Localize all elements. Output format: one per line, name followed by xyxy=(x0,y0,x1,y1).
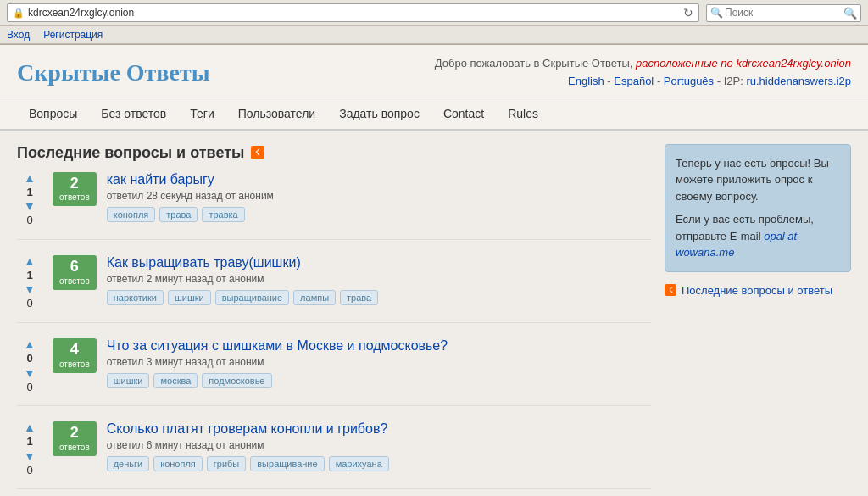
tag[interactable]: шишки xyxy=(168,290,211,305)
i2p-link[interactable]: ru.hiddenanswers.i2p xyxy=(746,75,851,87)
question-meta-4: ответил 6 минут назад от аноним xyxy=(107,439,651,451)
nav-contact[interactable]: Contact xyxy=(431,98,496,129)
tag[interactable]: травка xyxy=(202,207,244,222)
search-input[interactable] xyxy=(725,7,843,19)
nav-tags[interactable]: Теги xyxy=(178,98,225,129)
tag[interactable]: москва xyxy=(153,373,198,388)
vote-up-4[interactable]: ▲ xyxy=(24,421,36,433)
vote-box-2: ▲ 1 ▼ 0 xyxy=(17,255,42,310)
question-title-4[interactable]: Сколько платят гроверам конопли и грибов… xyxy=(107,421,651,437)
answer-count-box-3: 4 ответов xyxy=(53,338,97,373)
question-item: ▲ 1 ▼ 0 2 ответов Сколько платят гровера… xyxy=(17,421,651,489)
lang-english[interactable]: English xyxy=(568,75,604,87)
site-header: Скрытые Ответы Добро пожаловать в Скрыты… xyxy=(0,45,868,98)
bookmark-registration[interactable]: Регистрация xyxy=(43,29,103,41)
answer-count-num-1: 2 xyxy=(70,176,79,192)
tagline-line1: Добро пожаловать в Скрытые Ответы, распо… xyxy=(435,55,851,73)
lock-icon: 🔒 xyxy=(13,8,25,19)
vote-down-count-1: 0 xyxy=(26,214,32,227)
vote-box-4: ▲ 1 ▼ 0 xyxy=(17,421,42,476)
answer-count-num-4: 2 xyxy=(70,425,79,442)
main-nav: Вопросы Без ответов Теги Пользователи За… xyxy=(0,98,868,131)
vote-down-3[interactable]: ▼ xyxy=(24,367,36,379)
refresh-icon[interactable]: ↻ xyxy=(683,6,693,20)
question-item: ▲ 1 ▼ 0 6 ответов Как выращивать траву(ш… xyxy=(17,255,651,323)
vote-up-2[interactable]: ▲ xyxy=(24,255,36,267)
tag[interactable]: наркотики xyxy=(107,290,164,305)
question-meta-1: ответил 28 секунд назад от аноним xyxy=(107,190,651,202)
question-title-2[interactable]: Как выращивать траву(шишки) xyxy=(107,255,651,270)
vote-up-count-1: 1 xyxy=(26,186,32,199)
sidebar-promo-text: Теперь у нас есть опросы! Вы можете прил… xyxy=(676,155,840,205)
answer-count-box-2: 6 ответов xyxy=(53,255,97,290)
tag[interactable]: лампы xyxy=(293,290,336,305)
tags-4: деньги конопля грибы выращивание марихуа… xyxy=(107,456,651,471)
tag[interactable]: марихуана xyxy=(329,456,389,471)
url-text: kdrcxean24rxglcy.onion xyxy=(28,7,680,19)
search-icon: 🔍 xyxy=(710,7,723,19)
site-logo: Скрытые Ответы xyxy=(17,59,210,86)
vote-box-1: ▲ 1 ▼ 0 xyxy=(17,172,42,227)
tags-1: конопля трава травка xyxy=(107,207,651,222)
tag[interactable]: трава xyxy=(340,290,378,305)
nav-users[interactable]: Пользователи xyxy=(226,98,327,129)
vote-down-count-3: 0 xyxy=(26,381,32,394)
sidebar: Теперь у нас есть опросы! Вы можете прил… xyxy=(665,144,851,496)
sidebar-contact-text: Если у вас есть проблемы, отправьте E-ma… xyxy=(676,211,840,261)
url-bar[interactable]: 🔒 kdrcxean24rxglcy.onion ↻ xyxy=(7,3,699,22)
sidebar-rss-icon: ☇ xyxy=(665,284,676,296)
tag[interactable]: подмосковье xyxy=(202,373,271,388)
tags-3: шишки москва подмосковье xyxy=(107,373,651,388)
question-meta-2: ответил 2 минут назад от аноним xyxy=(107,273,651,285)
sidebar-rss-link[interactable]: ☇ Последние вопросы и ответы xyxy=(665,284,851,297)
vote-down-count-4: 0 xyxy=(26,464,32,477)
vote-down-1[interactable]: ▼ xyxy=(24,200,36,212)
main-content: Последние вопросы и ответы ☇ ▲ 1 ▼ 0 2 xyxy=(17,144,651,496)
lang-portugues[interactable]: Português xyxy=(664,75,714,87)
tag[interactable]: трава xyxy=(159,207,198,222)
vote-down-4[interactable]: ▼ xyxy=(24,450,36,462)
browser-chrome: 🔒 kdrcxean24rxglcy.onion ↻ 🔍 🔍 Вход Реги… xyxy=(0,0,868,45)
question-title-3[interactable]: Что за ситуация с шишками в Москве и под… xyxy=(107,338,651,354)
answer-count-num-3: 4 xyxy=(70,342,79,359)
vote-down-count-2: 0 xyxy=(26,297,32,310)
browser-toolbar: 🔒 kdrcxean24rxglcy.onion ↻ 🔍 🔍 xyxy=(0,0,868,26)
tag[interactable]: грибы xyxy=(207,456,246,471)
rss-icon[interactable]: ☇ xyxy=(251,146,264,159)
sidebar-promo-box: Теперь у нас есть опросы! Вы можете прил… xyxy=(665,144,851,272)
vote-up-3[interactable]: ▲ xyxy=(24,338,36,350)
answer-count-label-3: ответов xyxy=(59,359,90,370)
sidebar-rss-label: Последние вопросы и ответы xyxy=(682,284,832,297)
search-button[interactable]: 🔍 xyxy=(843,7,857,20)
question-item: ▲ 0 ▼ 0 4 ответов Что за ситуация с шишк… xyxy=(17,338,651,406)
vote-up-count-2: 1 xyxy=(26,269,32,282)
question-meta-3: ответил 3 минут назад от аноним xyxy=(107,356,651,368)
i2p-label: I2P: xyxy=(724,75,743,87)
question-item: ▲ 1 ▼ 0 2 ответов как найти барыгу xyxy=(17,172,651,240)
tag[interactable]: выращивание xyxy=(250,456,324,471)
tag[interactable]: выращивание xyxy=(215,290,289,305)
question-body-1: как найти барыгу ответил 28 секунд назад… xyxy=(107,172,651,222)
bookmarks-bar: Вход Регистрация xyxy=(0,26,868,44)
tags-2: наркотики шишки выращивание лампы трава xyxy=(107,290,651,305)
question-body-4: Сколько платят гроверам конопли и грибов… xyxy=(107,421,651,471)
nav-rules[interactable]: Rules xyxy=(496,98,550,129)
question-title-1[interactable]: как найти барыгу xyxy=(107,172,651,187)
question-body-2: Как выращивать траву(шишки) ответил 2 ми… xyxy=(107,255,651,305)
tag[interactable]: конопля xyxy=(107,207,156,222)
lang-espanol[interactable]: Español xyxy=(614,75,654,87)
vote-up-1[interactable]: ▲ xyxy=(24,172,36,184)
question-body-3: Что за ситуация с шишками в Москве и под… xyxy=(107,338,651,388)
answer-count-num-2: 6 xyxy=(70,259,79,276)
vote-down-2[interactable]: ▼ xyxy=(24,283,36,295)
bookmark-vhod[interactable]: Вход xyxy=(7,29,30,41)
nav-unanswered[interactable]: Без ответов xyxy=(89,98,178,129)
nav-ask[interactable]: Задать вопрос xyxy=(327,98,431,129)
tag[interactable]: шишки xyxy=(107,373,150,388)
nav-questions[interactable]: Вопросы xyxy=(17,98,89,129)
answer-count-label-4: ответов xyxy=(59,442,90,453)
site-tagline: Добро пожаловать в Скрытые Ответы, распо… xyxy=(435,55,851,91)
tag[interactable]: конопля xyxy=(153,456,203,471)
answer-count-box-1: 2 ответов xyxy=(53,172,97,207)
tag[interactable]: деньги xyxy=(107,456,150,471)
